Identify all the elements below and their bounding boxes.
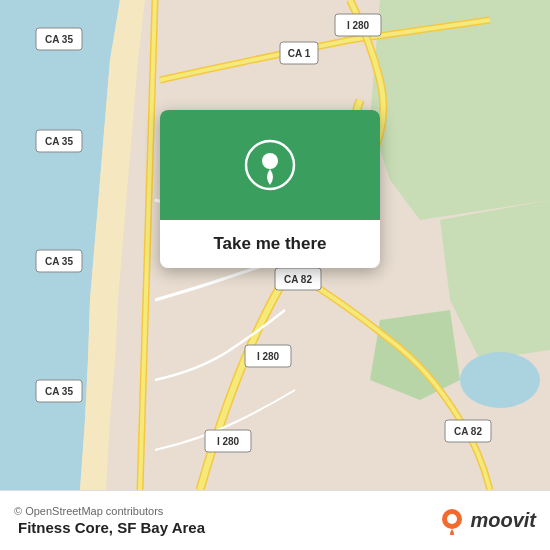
- svg-text:I 280: I 280: [217, 436, 240, 447]
- moovit-pin-icon: [438, 507, 466, 535]
- svg-point-6: [460, 352, 540, 408]
- popup-header: [160, 110, 380, 220]
- copyright-text: © OpenStreetMap contributors: [14, 505, 205, 517]
- svg-text:CA 35: CA 35: [45, 256, 73, 267]
- svg-text:I 280: I 280: [257, 351, 280, 362]
- svg-text:CA 82: CA 82: [284, 274, 312, 285]
- svg-text:CA 82: CA 82: [454, 426, 482, 437]
- svg-point-30: [262, 153, 278, 169]
- moovit-logo: moovit: [438, 507, 536, 535]
- location-pin-icon: [244, 139, 296, 191]
- map-area: CA 35 CA 35 CA 35 CA 35 I 280 I 280 I 28…: [0, 0, 550, 490]
- take-me-there-button[interactable]: Take me there: [160, 220, 380, 268]
- moovit-label: moovit: [470, 509, 536, 532]
- svg-text:CA 1: CA 1: [288, 48, 311, 59]
- bottom-left-section: © OpenStreetMap contributors Fitness Cor…: [14, 505, 205, 536]
- location-popup: Take me there: [160, 110, 380, 268]
- bottom-bar: © OpenStreetMap contributors Fitness Cor…: [0, 490, 550, 550]
- svg-text:CA 35: CA 35: [45, 34, 73, 45]
- svg-text:CA 35: CA 35: [45, 386, 73, 397]
- svg-text:I 280: I 280: [347, 20, 370, 31]
- location-name: Fitness Core, SF Bay Area: [18, 519, 205, 536]
- svg-text:CA 35: CA 35: [45, 136, 73, 147]
- svg-point-32: [447, 514, 457, 524]
